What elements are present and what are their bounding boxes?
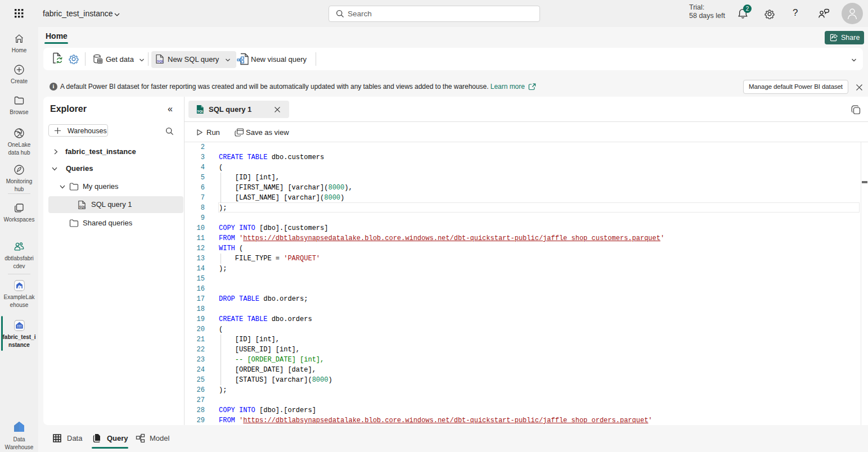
svg-text:SQL: SQL (197, 110, 204, 113)
svg-text:SQL: SQL (79, 205, 86, 209)
svg-text:SQL: SQL (157, 60, 164, 63)
